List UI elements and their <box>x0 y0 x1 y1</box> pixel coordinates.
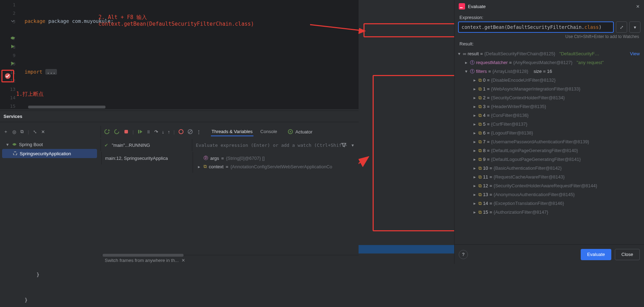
evaluate-button[interactable]: Evaluate <box>581 249 611 260</box>
services-toolbar: ＋ ◎ ⧉ | ⤡ ✕ <box>0 126 98 138</box>
list-item[interactable]: ▸⧉ 10 = {BasicAuthenticationFilter@8142} <box>457 164 642 173</box>
field-icon: ⓕ <box>470 59 475 66</box>
rerun-debug-icon[interactable] <box>114 129 120 135</box>
list-item[interactable]: ▸⧉ 13 = {AnonymousAuthenticationFilter@8… <box>457 190 642 199</box>
element-icon: ⧉ <box>478 77 482 83</box>
h-scrollbar[interactable] <box>103 254 183 257</box>
add-watch-hint: Use Ctrl+Shift+Enter to add to Watches <box>455 33 644 39</box>
evaluate-footer: ? Evaluate Close <box>455 244 644 264</box>
list-item[interactable]: ▸⧉ 9 = {DefaultLogoutPageGeneratingFilte… <box>457 155 642 164</box>
element-icon: ⧉ <box>478 183 482 189</box>
leaf-icon <box>12 142 17 147</box>
list-item[interactable]: ▸⧉ 0 = {DisableEncodeUrlFilter@8132} <box>457 76 642 84</box>
breakpoint-check-icon <box>4 73 11 80</box>
list-item[interactable]: ▸⧉ 5 = {CsrfFilter@8137} <box>457 120 642 129</box>
svg-rect-7 <box>124 130 128 133</box>
expression-input[interactable]: context.getBean(DefaultSecurityFilterCha… <box>458 21 614 33</box>
field-node[interactable]: ▸ ⓕ requestMatcher = {AnyRequestMatcher@… <box>457 58 642 67</box>
element-icon: ⧉ <box>478 192 482 198</box>
element-icon: ⧉ <box>478 130 482 136</box>
tab-threads-variables[interactable]: Threads & Variables <box>211 127 253 136</box>
annotation-step1: 1.打上断点 <box>16 91 44 98</box>
tab-actuator[interactable]: Actuator <box>288 129 312 134</box>
variable-row[interactable]: ⓟ args = {String[0]@6707} [] <box>197 154 355 162</box>
add-icon[interactable]: ＋ <box>4 129 8 135</box>
leaf-icon <box>10 35 15 41</box>
list-item[interactable]: ▸⧉ 6 = {LogoutFilter@8138} <box>457 129 642 137</box>
step-into-icon[interactable]: ↓ <box>162 129 164 134</box>
element-icon: ⧉ <box>478 157 482 162</box>
running-app-node[interactable]: SpringsecurityApplication <box>2 149 97 158</box>
annotation-step2: 2. Alt + F8 输入 context.getBean(DefaultSe… <box>98 14 254 27</box>
run-gutter-icon[interactable] <box>10 44 15 49</box>
close-hint-icon[interactable]: ✕ <box>181 258 185 263</box>
services-title: Services <box>0 111 359 122</box>
pause-icon[interactable]: ⏸ <box>146 129 151 134</box>
svg-line-11 <box>188 130 192 133</box>
glasses-icon: ∞ <box>463 51 466 56</box>
element-icon: ⧉ <box>478 165 482 171</box>
layout-icon[interactable]: ⧉ <box>20 129 24 134</box>
variables-pane[interactable]: ⓟ args = {String[0]@6707} [] ▸ ⧉ context… <box>193 152 359 173</box>
close-button[interactable]: Close <box>615 249 640 260</box>
svg-marker-4 <box>359 156 369 167</box>
evaluate-expression-input[interactable]: Evaluate expression (Enter) or add a wat… <box>192 139 359 151</box>
list-item[interactable]: ▸⧉ 7 = {UsernamePasswordAuthenticationFi… <box>457 137 642 146</box>
list-item[interactable]: ▸⧉ 4 = {CorsFilter@8136} <box>457 111 642 120</box>
field-node[interactable]: ▾ ⓕ filters = {ArrayList@8128} size = 16 <box>457 67 642 76</box>
svg-point-5 <box>13 152 17 155</box>
list-item[interactable]: ▸⧉ 2 = {SecurityContextHolderFilter@8134… <box>457 93 642 102</box>
actuator-icon <box>288 129 293 134</box>
svg-rect-8 <box>138 130 139 133</box>
result-label: Result: <box>455 39 644 48</box>
expression-label: Expression: <box>455 13 644 21</box>
more-icon[interactable]: ⋮ <box>197 129 201 134</box>
services-tree[interactable]: ▾ Spring Boot SpringsecurityApplication <box>2 140 97 158</box>
variable-row[interactable]: ▸ ⧉ context = {AnnotationConfigServletWe… <box>197 162 355 171</box>
stack-frames[interactable]: main:12, SpringsecurityApplica <box>101 152 189 164</box>
resume-icon[interactable] <box>137 129 143 134</box>
step-out-icon[interactable]: ↑ <box>168 129 170 134</box>
stop-icon[interactable] <box>123 129 129 134</box>
svg-marker-6 <box>108 129 110 131</box>
eye-icon[interactable]: ◎ <box>12 129 16 134</box>
result-node[interactable]: ▾ ∞ result = {DefaultSecurityFilterChain… <box>457 49 642 58</box>
list-item[interactable]: ▸⧉ 12 = {SecurityContextHolderAwareReque… <box>457 181 642 190</box>
view-breakpoints-icon[interactable] <box>178 129 184 134</box>
list-item[interactable]: ▸⧉ 15 = {AuthorizationFilter@8147} <box>457 208 642 217</box>
element-icon: ⧉ <box>478 86 482 92</box>
step-over-icon[interactable]: ↷ <box>154 129 158 134</box>
element-icon: ⧉ <box>478 139 482 145</box>
list-item[interactable]: ▸⧉ 11 = {RequestCacheAwareFilter@8143} <box>457 173 642 181</box>
list-item[interactable]: ▸⧉ 3 = {HeaderWriterFilter@8135} <box>457 102 642 111</box>
stack-frame[interactable]: main:12, SpringsecurityApplica <box>105 154 186 162</box>
param-icon: ⓟ <box>204 155 208 161</box>
expand-icon[interactable]: ⤢ <box>616 21 627 33</box>
svg-rect-14 <box>459 3 465 10</box>
fold-icon[interactable] <box>10 18 15 24</box>
rerun-icon[interactable] <box>104 129 110 135</box>
close-icon[interactable]: ✕ <box>636 4 640 9</box>
element-icon: ⧉ <box>478 148 482 154</box>
run-gutter-icon[interactable] <box>10 61 15 66</box>
h-scrollbar[interactable] <box>28 106 105 108</box>
svg-line-1 <box>310 25 359 30</box>
mute-breakpoints-icon[interactable] <box>187 129 193 134</box>
tab-console[interactable]: Console <box>260 127 278 136</box>
list-item[interactable]: ▸⧉ 8 = {DefaultLoginPageGeneratingFilter… <box>457 146 642 155</box>
list-item[interactable]: ▸⧉ 14 = {ExceptionTranslationFilter@8146… <box>457 199 642 208</box>
evaluate-header: Evaluate ✕ <box>455 0 644 13</box>
history-dropdown-icon[interactable]: ▾ <box>629 21 640 33</box>
collapse-icon[interactable]: ⤡ <box>33 129 37 134</box>
element-icon: ⧉ <box>478 121 482 127</box>
element-icon: ⧉ <box>478 209 482 215</box>
view-link[interactable]: View <box>630 51 642 56</box>
element-icon: ⧉ <box>478 95 482 101</box>
spring-boot-node[interactable]: ▾ Spring Boot <box>2 140 97 149</box>
help-icon[interactable]: ? <box>459 250 468 259</box>
result-tree[interactable]: ▾ ∞ result = {DefaultSecurityFilterChain… <box>455 48 644 244</box>
services-panel: Services ＋ ◎ ⧉ | ⤡ ✕ ▾ Spring Boot Sprin… <box>0 111 359 265</box>
list-item[interactable]: ▸⧉ 1 = {WebAsyncManagerIntegrationFilter… <box>457 84 642 93</box>
close-icon[interactable]: ✕ <box>41 129 45 134</box>
spinner-icon <box>13 151 18 156</box>
